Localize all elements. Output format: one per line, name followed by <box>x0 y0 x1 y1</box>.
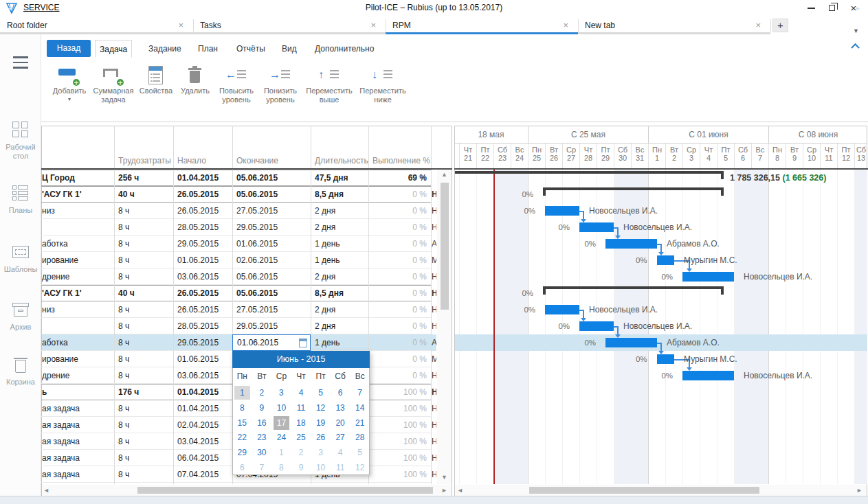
calendar-day[interactable] <box>271 460 291 475</box>
calendar-day[interactable] <box>331 460 350 475</box>
ribbon-button-outdent[interactable]: ←Повыситьуровень <box>214 59 258 104</box>
calendar-day[interactable] <box>232 430 252 445</box>
tab-overflow-icon[interactable]: ▼ <box>853 27 859 34</box>
add-task-icon: + <box>58 65 80 87</box>
move-down-icon: ↓ <box>372 65 394 87</box>
sidebar-item-plans[interactable]: Планы <box>0 184 41 215</box>
tab-tasks[interactable]: Tasks × <box>193 16 386 32</box>
calendar-day[interactable] <box>331 385 350 400</box>
calendar-day[interactable] <box>291 430 311 445</box>
calendar-day[interactable] <box>291 445 311 460</box>
hamburger-menu-icon[interactable] <box>13 56 28 72</box>
calendar-day[interactable] <box>311 400 331 415</box>
calendar-day[interactable] <box>311 430 331 445</box>
ribbon-button-delete[interactable]: Удалить <box>176 59 214 95</box>
sidebar-item-label: Корзина <box>0 378 41 387</box>
restore-button[interactable] <box>823 1 841 14</box>
end-date-editor[interactable]: 01.06.2015 <box>232 334 311 351</box>
close-tab-icon[interactable]: × <box>755 20 761 30</box>
end-date-value: 01.06.2015 <box>237 335 278 350</box>
calendar-day[interactable] <box>311 385 331 400</box>
close-tab-icon[interactable]: × <box>178 20 183 30</box>
calendar-day[interactable] <box>291 400 311 415</box>
calendar-day[interactable] <box>252 400 272 415</box>
close-tab-icon[interactable]: × <box>370 20 376 30</box>
ribbon-tab-plan[interactable]: План <box>194 40 222 58</box>
calendar-day[interactable] <box>331 400 350 415</box>
ribbon-button-label: Добавить <box>53 87 87 95</box>
calendar-day[interactable] <box>331 415 350 431</box>
ribbon-tab-task[interactable]: Задача <box>95 40 132 58</box>
tab-new-tab[interactable]: New tab × <box>578 16 770 32</box>
calendar-day[interactable] <box>350 415 370 431</box>
ribbon-tab-reports[interactable]: Отчёты <box>232 40 269 58</box>
calendar-icon[interactable] <box>299 339 307 347</box>
sidebar-item-label: Шаблоны <box>0 265 41 274</box>
ribbon-tab-view[interactable]: Вид <box>278 40 301 58</box>
table-row[interactable] <box>41 170 432 186</box>
calendar-day[interactable] <box>271 400 291 415</box>
table-row[interactable] <box>41 203 432 219</box>
sidebar-item-trash[interactable]: Корзина <box>0 356 41 387</box>
table-row[interactable] <box>41 236 432 252</box>
table-row[interactable] <box>41 219 432 236</box>
calendar-day[interactable] <box>271 445 291 460</box>
calendar-day[interactable] <box>350 445 370 460</box>
ribbon-button-move-up[interactable]: ↑Переместитьвыше <box>302 59 356 104</box>
table-row[interactable] <box>41 285 432 301</box>
calendar-day[interactable] <box>291 460 311 475</box>
calendar-day[interactable] <box>232 385 252 400</box>
calendar-day[interactable] <box>311 460 331 475</box>
ribbon-button-move-down[interactable]: ↓Переместитьниже <box>356 59 410 104</box>
minimize-button[interactable] <box>802 1 820 14</box>
table-row[interactable] <box>41 268 432 285</box>
indent-icon: → <box>269 65 291 87</box>
ribbon-button-label: задача <box>101 95 125 104</box>
calendar-day[interactable] <box>252 415 272 431</box>
tab-root-folder[interactable]: Root folder × <box>0 16 193 32</box>
ribbon-button-add-task[interactable]: +Добавить▾ <box>48 59 91 102</box>
tab-rpm[interactable]: RPM × <box>386 16 578 32</box>
ribbon-tab-extra[interactable]: Дополнительно <box>311 40 378 58</box>
table-row[interactable] <box>41 318 432 334</box>
ribbon-tab-assignment[interactable]: Задание <box>144 40 186 58</box>
calendar-day[interactable] <box>252 385 272 400</box>
collapse-ribbon-icon[interactable] <box>852 43 860 50</box>
calendar-day[interactable] <box>350 400 370 415</box>
calendar-day[interactable] <box>350 460 370 475</box>
calendar-day[interactable] <box>232 400 252 415</box>
back-button[interactable]: Назад <box>47 40 91 57</box>
calendar-day[interactable] <box>232 460 252 475</box>
sidebar-item-desktop[interactable]: Рабочий стол <box>0 121 41 161</box>
close-tab-icon[interactable]: × <box>563 20 568 30</box>
calendar-day[interactable] <box>311 415 331 431</box>
sidebar-item-templates[interactable]: Шаблоны <box>0 243 41 274</box>
table-row[interactable] <box>41 186 432 203</box>
next-month-icon[interactable]: ► <box>855 0 861 17</box>
calendar-day[interactable] <box>331 445 350 460</box>
calendar-day[interactable] <box>232 415 252 431</box>
table-row[interactable] <box>41 252 432 268</box>
calendar-day[interactable] <box>252 460 272 475</box>
calendar-day[interactable] <box>331 430 350 445</box>
prev-month-icon[interactable]: ◄ <box>7 0 13 17</box>
add-tab-button[interactable]: + <box>772 19 788 32</box>
calendar-day[interactable] <box>271 415 291 431</box>
ribbon-button-summary-task[interactable]: +Суммарнаязадача <box>91 59 136 104</box>
ribbon-button-properties[interactable]: Свойства <box>136 59 176 95</box>
calendar-day[interactable] <box>350 430 370 445</box>
calendar-day[interactable] <box>232 445 252 460</box>
table-row[interactable] <box>41 301 432 318</box>
calendar-day[interactable] <box>350 385 370 400</box>
move-up-icon: ↑ <box>318 65 340 87</box>
calendar-day[interactable] <box>291 385 311 400</box>
ribbon-button-indent[interactable]: →Понизитьуровень <box>258 59 302 104</box>
calendar-day[interactable] <box>271 385 291 400</box>
calendar-day[interactable] <box>311 445 331 460</box>
sidebar-item-archive[interactable]: Архив <box>0 301 41 332</box>
calendar-day[interactable] <box>271 430 291 445</box>
calendar-day[interactable] <box>252 430 272 445</box>
dropdown-caret-icon[interactable]: ▾ <box>68 96 71 102</box>
calendar-day[interactable] <box>291 415 311 431</box>
calendar-day[interactable] <box>252 445 272 460</box>
